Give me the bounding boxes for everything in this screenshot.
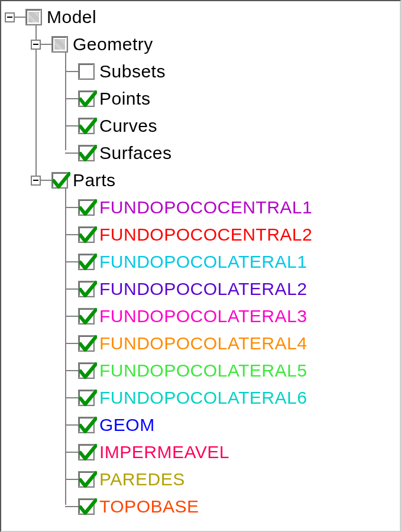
checkbox-geometry[interactable] xyxy=(51,36,68,53)
tree-row-part-8: GEOM xyxy=(1,411,400,439)
checkbox-curves[interactable] xyxy=(78,118,95,134)
tree-row-part-7: FUNDOPOCOLATERAL6 xyxy=(1,384,400,411)
tree-row-part-1: FUNDOPOCOCENTRAL2 xyxy=(1,221,400,248)
label-geom[interactable]: GEOM xyxy=(99,411,155,439)
label-fundopocolateral6[interactable]: FUNDOPOCOLATERAL6 xyxy=(99,384,307,411)
tree-row-part-3: FUNDOPOCOLATERAL2 xyxy=(1,275,400,303)
tree-row-part-11: TOPOBASE xyxy=(1,493,400,520)
checkbox-model[interactable] xyxy=(25,9,42,25)
model-tree: Model Geometry Subsets Points Curves Sur… xyxy=(0,0,401,532)
label-topobase[interactable]: TOPOBASE xyxy=(99,493,199,520)
tree-row-model: Model xyxy=(1,4,400,31)
toggle-model[interactable] xyxy=(5,12,15,22)
checkbox-subsets[interactable] xyxy=(78,63,95,80)
label-points[interactable]: Points xyxy=(99,85,150,112)
label-geometry[interactable]: Geometry xyxy=(73,31,153,58)
checkbox-fundopocolateral1[interactable] xyxy=(78,254,95,270)
checkbox-fundopocolateral2[interactable] xyxy=(78,281,95,297)
checkbox-fundopocolateral3[interactable] xyxy=(78,308,95,325)
checkbox-fundopocolateral5[interactable] xyxy=(78,362,95,379)
label-fundopocolateral1[interactable]: FUNDOPOCOLATERAL1 xyxy=(99,248,307,275)
tree-row-parts: Parts xyxy=(1,167,400,194)
label-paredes[interactable]: PAREDES xyxy=(99,466,185,493)
tree-row-part-4: FUNDOPOCOLATERAL3 xyxy=(1,303,400,330)
label-fundopococentral1[interactable]: FUNDOPOCOCENTRAL1 xyxy=(99,194,312,221)
checkbox-geom[interactable] xyxy=(78,417,95,433)
label-fundopocolateral2[interactable]: FUNDOPOCOLATERAL2 xyxy=(99,275,307,303)
toggle-geometry[interactable] xyxy=(31,40,41,50)
checkbox-fundopococentral1[interactable] xyxy=(78,199,95,216)
label-impermeavel[interactable]: IMPERMEAVEL xyxy=(99,439,229,466)
tree-row-curves: Curves xyxy=(1,112,400,140)
label-fundopocolateral3[interactable]: FUNDOPOCOLATERAL3 xyxy=(99,303,307,330)
label-model[interactable]: Model xyxy=(47,4,96,31)
label-fundopococentral2[interactable]: FUNDOPOCOCENTRAL2 xyxy=(99,221,312,248)
label-fundopocolateral4[interactable]: FUNDOPOCOLATERAL4 xyxy=(99,330,307,357)
checkbox-fundopocolateral4[interactable] xyxy=(78,335,95,352)
tree-row-surfaces: Surfaces xyxy=(1,140,400,167)
label-parts[interactable]: Parts xyxy=(73,167,116,194)
tree-row-part-10: PAREDES xyxy=(1,466,400,493)
tree-row-geometry: Geometry xyxy=(1,31,400,58)
checkbox-impermeavel[interactable] xyxy=(78,444,95,460)
tree-row-part-9: IMPERMEAVEL xyxy=(1,439,400,466)
checkbox-fundopococentral2[interactable] xyxy=(78,226,95,243)
label-fundopocolateral5[interactable]: FUNDOPOCOLATERAL5 xyxy=(99,357,307,384)
toggle-parts[interactable] xyxy=(31,176,41,186)
tree-row-part-2: FUNDOPOCOLATERAL1 xyxy=(1,248,400,275)
checkbox-topobase[interactable] xyxy=(78,498,95,515)
checkbox-surfaces[interactable] xyxy=(78,145,95,161)
tree-row-part-5: FUNDOPOCOLATERAL4 xyxy=(1,330,400,357)
checkbox-parts[interactable] xyxy=(51,172,68,189)
checkbox-fundopocolateral6[interactable] xyxy=(78,390,95,406)
label-subsets[interactable]: Subsets xyxy=(99,58,166,85)
label-surfaces[interactable]: Surfaces xyxy=(99,140,172,167)
tree-row-subsets: Subsets xyxy=(1,58,400,85)
tree-row-part-6: FUNDOPOCOLATERAL5 xyxy=(1,357,400,384)
tree-row-part-0: FUNDOPOCOCENTRAL1 xyxy=(1,194,400,221)
checkbox-points[interactable] xyxy=(78,90,95,107)
label-curves[interactable]: Curves xyxy=(99,112,157,140)
tree-row-points: Points xyxy=(1,85,400,112)
checkbox-paredes[interactable] xyxy=(78,471,95,488)
